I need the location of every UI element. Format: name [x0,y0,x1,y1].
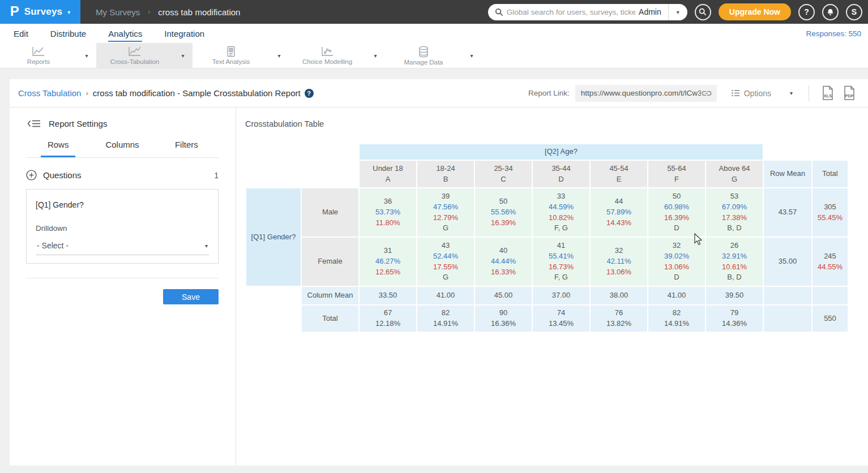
pdf-file-icon: PDF [843,85,856,101]
tab-filters[interactable]: Filters [155,140,219,157]
tab-label: Rows [41,140,76,157]
chevron-down-icon: ▾ [85,53,88,59]
analytics-toolbar: Reports ▾ Cross-Tabulation ▾ Text Analys… [0,43,868,68]
breadcrumb-survey-name: cross tab modification [158,7,240,17]
choice-modelling-icon [320,46,335,57]
notifications-button[interactable] [822,4,839,20]
search-icon [699,8,707,16]
spacer-cell [246,287,301,304]
chevron-down-icon: ▾ [277,53,280,59]
tab-columns[interactable]: Columns [90,140,154,157]
toolbar-cross-tabulation[interactable]: Cross-Tabulation ▾ [96,43,193,68]
collapse-panel-icon[interactable] [27,119,41,128]
data-cell: 4352.44%17.55%G [417,238,474,286]
toolbar-label: Cross-Tabulation [110,58,159,65]
drilldown-select[interactable]: - Select - ▾ [36,241,209,255]
search-input[interactable] [503,8,639,16]
search-scope-dropdown[interactable]: ▾ [668,4,687,20]
breadcrumb-separator-icon: › [148,8,150,16]
reports-chart-icon [31,46,46,57]
nav-tab-integration[interactable]: Integration [164,25,204,42]
row-question-cell: [Q1] Gender? [246,188,301,286]
product-switcher[interactable]: P Surveys ▾ [0,0,80,24]
row-mean-cell: 35.00 [764,238,811,286]
settings-tabs: Rows Columns Filters [26,140,219,158]
bottom-strip [0,466,868,473]
data-cell: 5060.98%16.39%D [648,188,705,236]
toolbar-manage-data[interactable]: Manage Data ▾ [385,43,481,68]
toolbar-text-analysis[interactable]: Text Analysis ▾ [193,43,289,68]
list-options-icon [732,89,740,97]
column-header-cell: 18-24B [417,161,474,187]
breadcrumb-separator-icon: › [85,89,88,97]
export-pdf-button[interactable]: PDF [843,85,856,101]
report-header-bar: Cross Tabulation › cross tab modificatio… [10,79,868,108]
chevron-down-icon: ▾ [677,9,679,15]
column-total-cell: 7413.45% [533,306,589,332]
data-cell: 3653.73%11.80% [360,188,416,236]
report-title: cross tab modification - Sample Crosstab… [93,88,301,98]
grand-total-cell: 550 [813,306,848,332]
column-mean-cell: 37.00 [533,287,589,304]
reports-dropdown[interactable]: ▾ [77,43,96,68]
data-cell: 4155.41%16.73%F, G [533,238,589,286]
spacer-cell [246,144,358,160]
manage-data-dropdown[interactable]: ▾ [462,43,481,68]
text-analysis-dropdown[interactable]: ▾ [270,43,289,68]
questionpro-logo-icon: P [10,5,19,18]
breadcrumb-cross-tabulation-link[interactable]: Cross Tabulation [18,88,81,98]
add-question-icon[interactable] [26,170,37,180]
settings-panel-title: Report Settings [49,119,107,128]
crosstab-table-body: [Q2] Age?Under 18A18-24B25-34C35-44D45-5… [246,144,848,332]
save-button[interactable]: Save [163,289,219,304]
upgrade-now-button[interactable]: Upgrade Now [719,3,791,20]
toolbar-reports[interactable]: Reports ▾ [0,43,96,68]
question-mark-icon: ? [307,90,311,97]
account-avatar[interactable]: S [846,4,862,20]
spacer-cell [246,306,301,332]
divider [26,278,219,278]
tab-rows[interactable]: Rows [26,140,90,157]
search-scope-label: Admin [639,7,668,16]
question-mark-icon: ? [804,7,809,16]
data-cell: 2632.91%10.61%B, D [706,238,763,286]
toolbar-label: Choice Modelling [302,58,352,65]
nav-tab-distribute[interactable]: Distribute [50,25,86,42]
content-card: Cross Tabulation › cross tab modificatio… [10,79,868,466]
responses-count: Responses: 550 [806,29,861,38]
nav-tab-edit[interactable]: Edit [14,25,28,42]
report-link-url: https://www.questionpro.com/t/lCw3Zc [581,89,701,97]
tab-label: Filters [168,140,205,157]
empty-cell [764,306,811,332]
questions-count: 1 [214,171,219,180]
report-help-icon[interactable]: ? [305,89,314,98]
xls-file-icon: XLS [821,85,835,101]
help-button[interactable]: ? [798,4,815,20]
chevron-down-icon: ▾ [181,53,184,59]
nav-tab-analytics[interactable]: Analytics [108,25,142,42]
cross-tabulation-dropdown[interactable]: ▾ [173,43,193,68]
column-header-cell: 35-44D [533,161,589,187]
row-label-cell: Male [302,188,358,236]
report-link-field[interactable]: https://www.questionpro.com/t/lCw3Zc [575,85,717,102]
toolbar-label: Manage Data [404,59,443,66]
toolbar-choice-modelling[interactable]: Choice Modelling ▾ [289,43,385,68]
tab-label: Columns [99,140,146,157]
choice-modelling-dropdown[interactable]: ▾ [366,43,385,68]
svg-text:PDF: PDF [845,93,854,98]
chevron-down-icon: ▾ [67,9,70,15]
data-cell: 3239.02%13.06%D [648,238,705,286]
spacer-cell [246,161,358,187]
column-mean-cell: 41.00 [648,287,705,304]
export-xls-button[interactable]: XLS [821,85,835,101]
data-cell: 5055.56%16.39% [475,188,532,236]
divider [809,85,809,101]
row-label-cell: Female [302,238,358,286]
breadcrumb-my-surveys[interactable]: My Surveys [96,7,140,17]
row-total-cell: 30555.45% [813,188,848,236]
data-cell: 4457.89%14.43% [591,188,647,236]
options-menu-button[interactable]: Options ▾ [732,89,793,98]
column-header-cell: Above 64G [706,161,763,187]
column-mean-label-cell: Column Mean [302,287,358,304]
search-button[interactable] [695,4,711,20]
